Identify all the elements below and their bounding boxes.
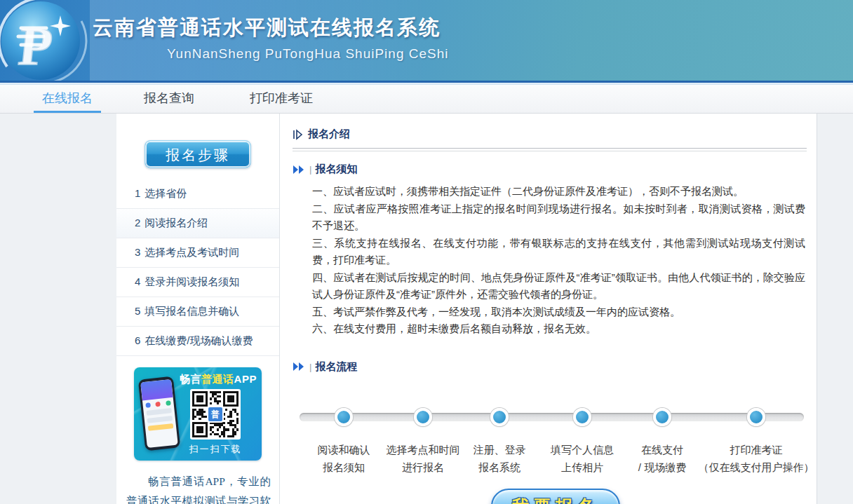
section-process: | 报名流程 阅读和确认报名须知 选择考点和时间进行报名 注册、登录报名系统 [291,360,810,504]
registration-steps-list: 1选择省份 2阅读报名介绍 3选择考点及考试时间 4登录并阅读报名须知 5填写报… [116,179,279,356]
sidebar-step-fill-info-confirm[interactable]: 5填写报名信息并确认 [116,297,279,327]
double-arrow-icon [293,362,307,372]
process-step-label: 在线支付/ 现场缴费 [638,441,686,476]
app-promo-banner[interactable]: 畅言普通话APP 普 扫一扫下载 [134,367,262,461]
timeline-bar [300,413,804,421]
step-label: 登录并阅读报名须知 [145,275,239,287]
step-label: 选择考点及考试时间 [145,246,239,258]
tab-print-admission-ticket[interactable]: 打印准考证 [239,83,323,113]
sidebar-step-read-introduction[interactable]: 2阅读报名介绍 [116,209,279,238]
section-process-header: | 报名流程 [293,360,810,374]
app-banner-title: 畅言普通话APP [179,373,257,386]
process-step-label: 注册、登录报名系统 [473,441,526,476]
qr-center-logo-icon: 普 [207,406,224,423]
notice-item: 四、应试者在测试后按规定的时间、地点凭身份证原件及“准考证”领取证书。由他人代领… [312,269,805,304]
process-step-label: 打印准考证（仅在线支付用户操作） [699,441,814,476]
process-title: 报名流程 [315,360,357,374]
main-navbar: 在线报名 报名查询 打印准考证 [0,83,853,114]
step-label: 在线缴费/现场确认缴费 [145,334,253,346]
notice-item: 三、系统支持在线报名、在线支付功能，带有银联标志的支持在线支付，其他需到测试站现… [312,235,805,269]
cta-row: 我要报名 [291,489,810,504]
timeline-dot-5 [653,408,671,426]
right-spacer-column [817,114,853,504]
notice-title: 报名须知 [315,163,357,176]
double-arrow-icon [293,165,307,175]
notice-item: 一、应试者应试时，须携带相关指定证件（二代身份证原件及准考证），否则不予报名测试… [312,183,805,200]
outline-arrow-icon [293,129,304,140]
section-notice-header: | 报名须知 [293,163,810,176]
timeline-dot-6 [747,408,765,426]
app-header: P 云南省普通话水平测试在线报名系统 YunNanSheng PuTongHua… [0,0,853,83]
tab-registration-query[interactable]: 报名查询 [135,83,203,113]
putonghua-logo-icon: P [0,0,90,81]
notice-item: 二、应试者应严格按照准考证上指定的报名时间到现场进行报名。如未按时到者，取消测试… [312,200,805,235]
step-label: 阅读报名介绍 [145,217,208,229]
divider-bar: | [309,362,311,372]
process-step-label: 选择考点和时间进行报名 [387,441,460,476]
page-subtitle: YunNanSheng PuTongHua ShuiPing CeShi [167,46,449,62]
step-label: 填写报名信息并确认 [145,305,239,317]
intro-title: 报名介绍 [308,128,350,141]
main-panel: 报名介绍 | 报名须知 一、应试者应试时，须携带相关指定证件（二代身份证原件及准… [280,114,817,504]
sidebar: 报名步骤 1选择省份 2阅读报名介绍 3选择考点及考试时间 4登录并阅读报名须知… [116,114,280,504]
section-intro-header: 报名介绍 [293,128,810,141]
step-number: 3 [135,246,140,258]
step-number: 1 [135,187,140,199]
timeline-dot-3 [490,408,509,426]
sidebar-step-select-province[interactable]: 1选择省份 [116,179,279,209]
step-number: 6 [135,334,140,346]
timeline-dot-2 [414,408,432,426]
timeline-dot-1 [335,408,353,426]
timeline-dot-4 [573,408,591,426]
process-step-label: 填写个人信息上传相片 [551,441,614,476]
notice-item: 五、考试严禁作弊及代考，一经发现，取消本次测试成绩及一年内的应试资格。 [312,304,805,321]
notice-item: 六、在线支付费用，超时未缴费后名额自动释放，报名无效。 [312,320,805,338]
step-label: 选择省份 [145,187,187,199]
divider-bar: | [309,164,311,175]
step-number: 2 [135,217,140,229]
sidebar-step-login-read-notice[interactable]: 4登录并阅读报名须知 [116,268,279,297]
page-title: 云南省普通话水平测试在线报名系统 [93,14,441,42]
scan-to-download-label: 扫一扫下载 [179,443,252,456]
registration-steps-button[interactable]: 报名步骤 [145,140,251,168]
register-now-button[interactable]: 我要报名 [491,489,620,504]
sidebar-step-pay-online-or-onsite[interactable]: 6在线缴费/现场确认缴费 [116,327,279,356]
phone-mockup-image [138,376,180,451]
double-divider [293,148,807,151]
step-number: 4 [135,275,140,287]
process-step-label: 阅读和确认报名须知 [318,441,370,476]
sidebar-step-select-site-time[interactable]: 3选择考点及考试时间 [116,238,279,268]
app-qr-code: 普 [190,389,241,440]
process-timeline: 阅读和确认报名须知 选择考点和时间进行报名 注册、登录报名系统 填写个人信息上传… [291,402,810,479]
left-spacer-column [0,114,116,504]
step-number: 5 [135,305,140,317]
tab-online-registration[interactable]: 在线报名 [34,83,101,113]
notice-list: 一、应试者应试时，须携带相关指定证件（二代身份证原件及准考证），否则不予报名测试… [312,183,805,338]
content-area: 报名步骤 1选择省份 2阅读报名介绍 3选择考点及考试时间 4登录并阅读报名须知… [0,114,853,504]
app-description-text: 畅言普通话APP，专业的普通话水平模拟测试与学习软件，使用与国家普通话水平测试系… [126,472,271,504]
